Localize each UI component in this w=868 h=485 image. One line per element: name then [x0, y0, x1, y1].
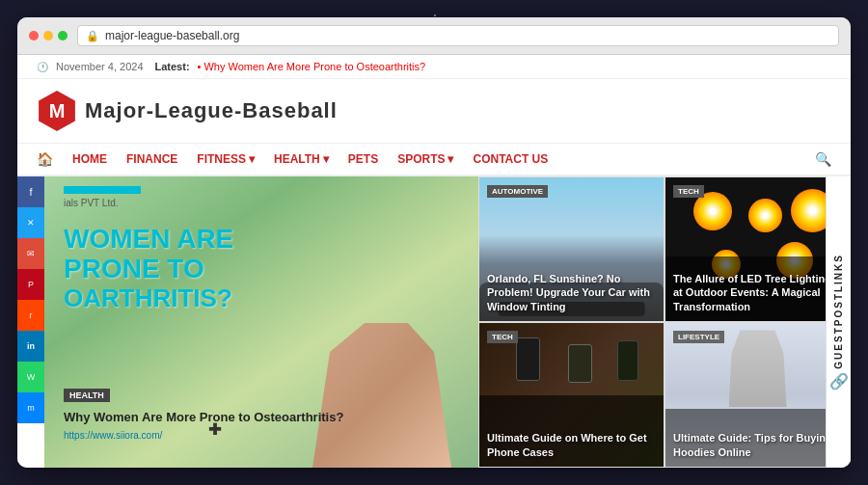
nav-sports[interactable]: SPORTS ▾: [397, 152, 453, 166]
facebook-button[interactable]: f: [17, 176, 44, 207]
card-title-automotive: Orlando, FL Sunshine? No Problem! Upgrad…: [487, 272, 656, 313]
guestpost-sidebar[interactable]: GUESTPOSTLINKS 🔗: [826, 176, 851, 468]
content-area: ials PVT Ltd. WOMEN ARE PRONE TO OARTHRI…: [44, 176, 851, 468]
linkedin-button[interactable]: in: [17, 331, 44, 362]
navigation: 🏠 HOME FINANCE FITNESS ▾ HEALTH ▾ PETS S…: [17, 144, 851, 176]
messenger-button[interactable]: m: [17, 392, 44, 423]
pinterest-button[interactable]: P: [17, 269, 44, 300]
card-category-tech2: TECH: [487, 331, 518, 343]
card-category-lifestyle: LIFESTYLE: [673, 331, 724, 343]
featured-url: https://www.siiora.com/: [64, 430, 162, 441]
email-button[interactable]: ✉: [17, 238, 44, 269]
nav-fitness[interactable]: FITNESS ▾: [197, 152, 255, 166]
grid-item-automotive[interactable]: AUTOMOTIVE Orlando, FL Sunshine? No Prob…: [478, 176, 665, 322]
nav-contact[interactable]: CONTACT US: [473, 152, 548, 166]
whatsapp-button[interactable]: W: [17, 362, 44, 392]
nav-pets[interactable]: PETS: [348, 152, 378, 166]
nav-health[interactable]: HEALTH ▾: [274, 152, 329, 166]
card-title-phone: Ultimate Guide on Where to Get Phone Cas…: [487, 431, 656, 459]
latest-label: Latest:: [155, 61, 190, 72]
grid-item-phone[interactable]: TECH Ultimate Guide on Where to Get Phon…: [478, 322, 665, 468]
twitter-button[interactable]: ✕: [17, 207, 44, 238]
company-label: ials PVT Ltd.: [64, 198, 119, 208]
card-category-automotive: AUTOMOTIVE: [487, 185, 548, 198]
featured-subtitle: Why Women Are More Prone to Osteoarthrit…: [64, 410, 459, 424]
search-icon[interactable]: 🔍: [815, 151, 831, 167]
address-bar[interactable]: 🔒 major-league-baseball.org: [77, 25, 839, 46]
featured-title: WOMEN ARE PRONE TO OARTHRITIS?: [64, 225, 459, 311]
grid-item-led[interactable]: TECH The Allure of LED Tree Lighting at …: [665, 176, 851, 322]
blue-accent-bar: [64, 186, 141, 194]
browser-titlebar: 🔒 major-league-baseball.org: [17, 17, 851, 55]
guestpost-text: GUESTPOSTLINKS: [833, 254, 844, 369]
logo-text: Major-League-Baseball: [85, 98, 338, 123]
top-bar: 🕐 November 4, 2024 Latest: • Why Women A…: [17, 55, 851, 79]
date-text: November 4, 2024: [56, 61, 144, 72]
reddit-button[interactable]: r: [17, 300, 44, 331]
card-title-led: The Allure of LED Tree Lighting at Outdo…: [673, 272, 842, 313]
window-controls: [29, 31, 68, 40]
featured-plus-icon: ✚: [208, 420, 221, 439]
lock-icon: 🔒: [86, 30, 99, 42]
nav-finance[interactable]: FINANCE: [126, 152, 177, 166]
logo[interactable]: M Major-League-Baseball: [37, 91, 338, 131]
home-icon[interactable]: 🏠: [37, 151, 53, 167]
close-button[interactable]: [29, 31, 39, 40]
guestpost-icon: 🔗: [829, 372, 849, 391]
website-content: 🕐 November 4, 2024 Latest: • Why Women A…: [17, 55, 851, 468]
featured-category-badge: HEALTH: [64, 389, 110, 402]
card-category-tech: TECH: [673, 185, 704, 198]
url-text: major-league-baseball.org: [105, 29, 239, 42]
browser-window: 🔒 major-league-baseball.org 🕐 November 4…: [17, 17, 851, 468]
maximize-button[interactable]: [58, 31, 68, 40]
clock-icon: 🕐: [37, 62, 48, 72]
social-sidebar: f ✕ ✉ P r in W m: [17, 176, 44, 468]
article-grid: AUTOMOTIVE Orlando, FL Sunshine? No Prob…: [478, 176, 851, 468]
main-content: f ✕ ✉ P r in W m: [17, 176, 851, 468]
featured-background: ials PVT Ltd. WOMEN ARE PRONE TO OARTHRI…: [44, 176, 478, 468]
site-header: M Major-League-Baseball: [17, 79, 851, 144]
grid-item-hoodie[interactable]: LIFESTYLE Ultimate Guide: Tips for Buyin…: [665, 322, 851, 468]
latest-article[interactable]: • Why Women Are More Prone to Osteoarthr…: [198, 61, 426, 72]
logo-icon: M: [37, 91, 77, 131]
nav-home[interactable]: HOME: [72, 152, 107, 166]
featured-article[interactable]: ials PVT Ltd. WOMEN ARE PRONE TO OARTHRI…: [44, 176, 478, 468]
card-title-hoodie: Ultimate Guide: Tips for Buying Hoodies …: [673, 431, 842, 459]
minimize-button[interactable]: [43, 31, 53, 40]
